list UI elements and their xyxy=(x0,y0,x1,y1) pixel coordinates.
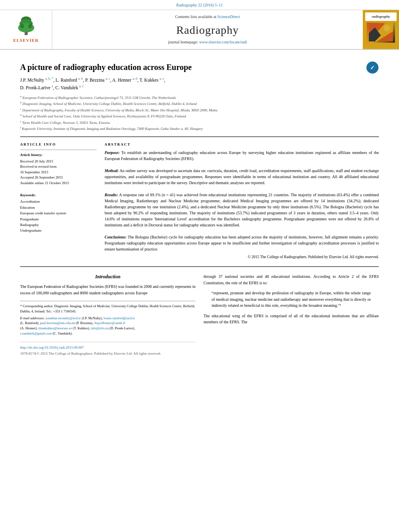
citation-text: Radiography 22 (2016) 5–11 xyxy=(176,3,222,7)
journal-center: Contents lists available at ScienceDirec… xyxy=(52,10,363,49)
introduction-para3: The educational wing of the EFRS is comp… xyxy=(204,313,379,325)
footnote-section: * Corresponding author. Diagnostic Imagi… xyxy=(20,301,195,336)
affiliations: a European Federation of Radiographer So… xyxy=(20,94,379,131)
body-right-column: through 37 national societies and 48 edu… xyxy=(204,273,379,356)
article-title: A picture of radiography education acros… xyxy=(20,62,379,72)
introduction-para2: through 37 national societies and 48 edu… xyxy=(204,273,379,286)
abstract-column: ABSTRACT Purpose: To establish an unders… xyxy=(105,142,379,260)
history-title: Article history: xyxy=(20,152,97,158)
issn-text: 1078-8174/© 2015 The College of Radiogra… xyxy=(20,351,195,356)
sciencedirect-label: Contents lists available at ScienceDirec… xyxy=(175,14,240,20)
keyword-radiography: Radiography xyxy=(20,222,97,228)
email-vandulek[interactable]: cvandulek@gmail.com xyxy=(20,331,52,335)
purpose-label: Purpose: xyxy=(105,150,119,155)
conclusions-label: Conclusions: xyxy=(105,235,126,239)
results-label: Results: xyxy=(105,193,118,197)
keywords-list: Accreditation Education European credit … xyxy=(20,199,97,233)
email-kukkes[interactable]: tiinakukkes@nooruse.ee xyxy=(38,326,72,330)
section-divider xyxy=(20,136,379,137)
copyright-text: © 2015 The College of Radiographers. Pub… xyxy=(105,255,379,260)
method-text: An online survey was developed to ascert… xyxy=(105,168,379,185)
introduction-para1: The European Federation of Radiographer … xyxy=(20,283,195,296)
conclusions-text: The Bologna (Bachelor) cycle for radiogr… xyxy=(105,235,379,251)
article-info-column: ARTICLE INFO Article history: Received 2… xyxy=(20,142,97,260)
body-divider xyxy=(20,266,379,267)
doi-link[interactable]: http://dx.doi.org/10.1016/j.radi.2015.09… xyxy=(20,345,84,349)
body-left-column: Introduction The European Federation of … xyxy=(20,273,195,356)
journal-logo-text: radiography xyxy=(365,12,397,21)
elsevier-brand: ELSEVIER xyxy=(13,37,39,43)
article-info-title: ARTICLE INFO xyxy=(20,142,97,147)
keyword-undergraduate: Undergraduate xyxy=(20,228,97,233)
elsevier-tree-icon xyxy=(14,16,38,36)
journal-header: ELSEVIER Contents lists available at Sci… xyxy=(0,10,399,50)
email-addresses: E-mail addresses: jonathan.mcnulty@ucd.i… xyxy=(20,316,195,336)
email-label: E-mail addresses: xyxy=(20,316,45,320)
svg-rect-3 xyxy=(25,32,27,35)
email-rainford[interactable]: louise.rainford@ucd.ie xyxy=(103,316,135,320)
keyword-education: Education xyxy=(20,205,97,210)
crossmark-icon: ✓ xyxy=(366,61,379,74)
quote-block: “represent, promote and develop the prof… xyxy=(212,290,371,309)
introduction-title: Introduction xyxy=(20,273,195,280)
journal-homepage-link[interactable]: www.elsevier.com/locate/radi xyxy=(199,40,247,44)
revised-date: 16 September 2015 xyxy=(20,170,97,175)
elsevier-logo: ELSEVIER xyxy=(0,10,52,49)
journal-logo-box: radiography xyxy=(363,10,399,49)
svg-point-9 xyxy=(384,25,390,31)
journal-logo-image xyxy=(367,23,395,43)
abstract-title: ABSTRACT xyxy=(105,142,379,147)
purpose-text: To establish an understanding of radiogr… xyxy=(105,150,379,161)
method-label: Method: xyxy=(105,168,119,173)
available-date: Available online 21 October 2015 xyxy=(20,181,97,186)
keyword-accreditation: Accreditation xyxy=(20,199,97,204)
results-text: A response rate of 89.1% (n = 41) was ac… xyxy=(105,193,379,227)
email-mcnulty[interactable]: jonathan.mcnulty@ucd.ie xyxy=(45,316,81,320)
svg-text:✓: ✓ xyxy=(370,65,375,71)
corresponding-author-note: * Corresponding author. Diagnostic Imagi… xyxy=(20,304,195,314)
received-revised-label: Received in revised form xyxy=(20,164,97,170)
accepted-date: Accepted 26 September 2015 xyxy=(20,175,97,181)
keywords-title: Keywords: xyxy=(20,193,97,198)
email-henner[interactable]: Anja.Henner@oamk.fi xyxy=(94,321,125,325)
doi-section: http://dx.doi.org/10.1016/j.radi.2015.09… xyxy=(20,342,195,356)
info-abstract-section: ARTICLE INFO Article history: Received 2… xyxy=(20,142,379,260)
email-pronk[interactable]: info@efrs.eu xyxy=(91,326,109,330)
keyword-postgraduate: Postgraduate xyxy=(20,216,97,222)
journal-homepage: journal homepage: www.elsevier.com/locat… xyxy=(168,39,247,45)
received-date: Received 20 July 2015 xyxy=(20,159,97,164)
paper-content: ✓ A picture of radiography education acr… xyxy=(0,50,399,364)
abstract-text: Purpose: To establish an understanding o… xyxy=(105,150,379,252)
keyword-ects: European credit transfer system xyxy=(20,210,97,216)
authors: J.P. McNulty a, b, *, L. Rainford a, b, … xyxy=(20,76,379,91)
email-bezzina[interactable]: paul.bezzina@um.edu.mt xyxy=(40,321,75,325)
sciencedirect-link[interactable]: ScienceDirect xyxy=(217,14,240,19)
journal-title: Radiography xyxy=(176,22,239,38)
citation-bar: Radiography 22 (2016) 5–11 xyxy=(0,0,399,10)
body-section: Introduction The European Federation of … xyxy=(20,273,379,356)
